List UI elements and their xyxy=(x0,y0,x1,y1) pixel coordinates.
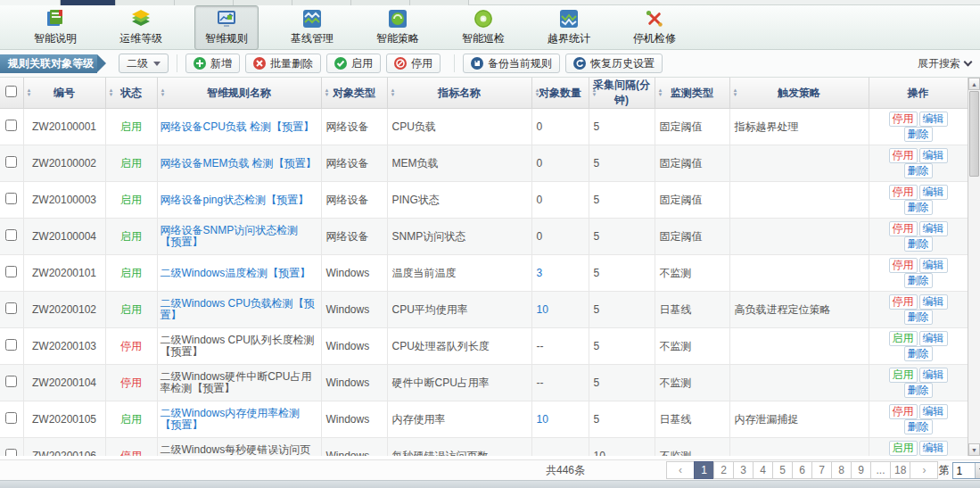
sort-icon[interactable]: ▲▼ xyxy=(161,88,166,97)
row-checkbox[interactable] xyxy=(5,193,17,204)
column-header[interactable]: ▲▼智维规则名称 xyxy=(157,78,321,109)
object-count-link[interactable]: 3 xyxy=(537,267,543,279)
object-count-link[interactable]: 10 xyxy=(537,303,548,316)
row-checkbox[interactable] xyxy=(5,339,17,351)
column-header[interactable]: 操作 xyxy=(869,78,968,109)
sort-icon[interactable]: ▲▼ xyxy=(592,88,597,97)
column-header[interactable]: ▲▼对象类型 xyxy=(321,78,387,109)
column-header[interactable]: ▲▼编号 xyxy=(23,78,105,109)
page-button[interactable]: 1 xyxy=(694,461,714,479)
row-enable-button[interactable]: 启用 xyxy=(889,331,918,346)
select-all-checkbox[interactable] xyxy=(5,86,17,97)
column-header[interactable]: ▲▼监测类型 xyxy=(655,78,729,109)
row-checkbox[interactable] xyxy=(5,266,17,277)
toolbar-item-rules[interactable]: 智维规则 xyxy=(194,5,259,50)
scrollbar-thumb[interactable] xyxy=(969,91,979,177)
sort-icon[interactable]: ▲▼ xyxy=(391,88,396,97)
row-checkbox[interactable] xyxy=(5,229,17,241)
row-enable-button[interactable]: 启用 xyxy=(889,441,918,456)
rule-name-link[interactable]: 网络设备MEM负载 检测【预置】 xyxy=(161,157,317,170)
row-delete-button[interactable]: 删除 xyxy=(904,127,933,142)
enable-button[interactable]: 启用 xyxy=(326,54,381,73)
level-select[interactable]: 二级 xyxy=(119,54,169,73)
batch-delete-button[interactable]: 批量删除 xyxy=(245,54,321,73)
row-checkbox[interactable] xyxy=(5,302,17,314)
rule-name-link[interactable]: 网络设备SNMP访问状态检测【预置】 xyxy=(161,224,299,248)
row-delete-button[interactable]: 删除 xyxy=(904,383,933,398)
row-disable-button[interactable]: 停用 xyxy=(889,112,918,127)
page-button[interactable]: 9 xyxy=(851,461,871,479)
toolbar-item-strategy[interactable]: 智能策略 xyxy=(366,5,430,50)
sort-icon[interactable]: ▲▼ xyxy=(658,88,663,97)
row-edit-button[interactable]: 编辑 xyxy=(919,294,948,310)
page-button[interactable]: 2 xyxy=(713,461,734,479)
row-checkbox[interactable] xyxy=(5,120,17,131)
row-edit-button[interactable]: 编辑 xyxy=(919,368,948,383)
row-delete-button[interactable]: 删除 xyxy=(904,163,933,178)
column-header[interactable]: ▲▼触发策略 xyxy=(729,78,869,109)
page-button[interactable]: 6 xyxy=(792,461,812,479)
row-disable-button[interactable]: 停用 xyxy=(889,221,918,236)
row-enable-button[interactable]: 启用 xyxy=(889,368,918,383)
page-button[interactable]: 7 xyxy=(811,461,832,479)
row-edit-button[interactable]: 编辑 xyxy=(919,112,948,127)
next-page-button[interactable]: › xyxy=(910,461,938,479)
sort-icon[interactable]: ▲▼ xyxy=(733,88,738,97)
row-delete-button[interactable]: 删除 xyxy=(904,310,933,325)
column-header[interactable]: ▲▼状态 xyxy=(105,78,157,109)
column-header[interactable]: ▲▼指标名称 xyxy=(387,78,531,109)
column-header[interactable]: ▲▼采集间隔(分钟) xyxy=(589,78,655,109)
page-ellipsis[interactable]: ... xyxy=(870,461,891,479)
rule-name-link[interactable]: 二级Windows CPU负载检测【预置】 xyxy=(161,297,315,321)
row-checkbox[interactable] xyxy=(5,376,17,387)
page-button[interactable]: 18 xyxy=(890,461,910,479)
page-button[interactable]: 3 xyxy=(733,461,754,479)
object-count-link[interactable]: 10 xyxy=(537,413,548,426)
add-button[interactable]: 新增 xyxy=(185,54,240,73)
row-checkbox[interactable] xyxy=(5,412,17,424)
sort-icon[interactable]: ▲▼ xyxy=(325,88,330,97)
row-edit-button[interactable]: 编辑 xyxy=(919,185,948,200)
rule-name-link[interactable]: 二级Windows温度检测【预置】 xyxy=(161,267,311,279)
disable-button[interactable]: 停用 xyxy=(386,54,441,73)
row-edit-button[interactable]: 编辑 xyxy=(919,404,948,419)
row-edit-button[interactable]: 编辑 xyxy=(919,148,948,163)
expand-search-toggle[interactable]: 展开搜索 xyxy=(918,56,971,71)
row-disable-button[interactable]: 停用 xyxy=(889,404,918,419)
restore-history-button[interactable]: 恢复历史设置 xyxy=(565,54,663,73)
page-button[interactable]: 8 xyxy=(831,461,852,479)
toolbar-item-baseline[interactable]: 基线管理 xyxy=(280,5,344,50)
sort-icon[interactable]: ▲▼ xyxy=(27,88,32,97)
scroll-up-icon[interactable]: ▲ xyxy=(968,78,980,90)
rule-name-link[interactable]: 二级Windows内存使用率检测【预置】 xyxy=(161,407,301,431)
row-disable-button[interactable]: 停用 xyxy=(889,294,918,310)
row-disable-button[interactable]: 停用 xyxy=(889,185,918,200)
row-edit-button[interactable]: 编辑 xyxy=(919,331,948,346)
dropdown-arrow-icon[interactable] xyxy=(975,463,980,478)
sort-icon[interactable]: ▲▼ xyxy=(535,88,540,97)
row-delete-button[interactable]: 删除 xyxy=(904,236,933,252)
row-checkbox[interactable] xyxy=(5,449,17,456)
rule-name-link[interactable]: 网络设备CPU负载 检测【预置】 xyxy=(161,120,315,133)
vertical-scrollbar[interactable]: ▲ ▼ xyxy=(968,78,980,456)
page-jump-select[interactable]: 1 xyxy=(952,462,980,479)
row-edit-button[interactable]: 编辑 xyxy=(919,258,948,273)
sort-icon[interactable]: ▲▼ xyxy=(109,88,114,97)
row-edit-button[interactable]: 编辑 xyxy=(919,441,948,456)
row-delete-button[interactable]: 删除 xyxy=(904,346,933,361)
toolbar-item-ops-level[interactable]: 运维等级 xyxy=(109,5,173,50)
rule-name-link[interactable]: 网络设备ping状态检测【预置】 xyxy=(161,194,309,206)
page-button[interactable]: 4 xyxy=(753,461,773,479)
prev-page-button[interactable]: ‹ xyxy=(666,461,695,479)
row-disable-button[interactable]: 停用 xyxy=(889,258,918,273)
toolbar-item-maintenance[interactable]: 停机检修 xyxy=(622,5,687,50)
toolbar-item-manual[interactable]: 智能说明 xyxy=(23,5,87,50)
row-delete-button[interactable]: 删除 xyxy=(904,200,933,215)
scroll-down-icon[interactable]: ▼ xyxy=(968,443,980,456)
backup-rules-button[interactable]: 备份当前规则 xyxy=(463,54,560,73)
toolbar-item-boundary-stats[interactable]: 越界统计 xyxy=(537,5,601,50)
page-button[interactable]: 5 xyxy=(772,461,793,479)
row-checkbox[interactable] xyxy=(5,156,17,168)
row-edit-button[interactable]: 编辑 xyxy=(919,221,948,236)
column-header[interactable]: ▲▼对象数量 xyxy=(531,78,589,109)
